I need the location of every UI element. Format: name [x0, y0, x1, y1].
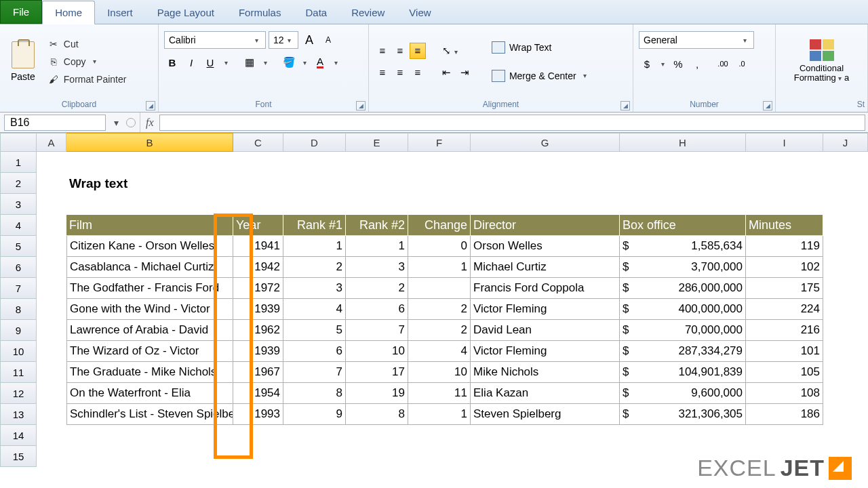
borders-button[interactable]: ▦: [241, 54, 258, 70]
row-header-13[interactable]: 13: [0, 404, 37, 425]
cell[interactable]: 1972: [233, 278, 283, 299]
cell[interactable]: On the Waterfront - Elia: [66, 383, 233, 404]
cell[interactable]: 101: [746, 341, 823, 362]
name-box[interactable]: B16: [4, 115, 106, 131]
font-color-button[interactable]: A: [312, 54, 328, 70]
cell[interactable]: The Graduate - Mike Nichols: [66, 362, 233, 383]
italic-button[interactable]: I: [183, 54, 199, 70]
align-left-button[interactable]: ≡: [374, 64, 391, 81]
cell[interactable]: Mike Nichols: [471, 362, 620, 383]
orientation-button[interactable]: ⤡: [438, 43, 454, 59]
row-header-3[interactable]: 3: [0, 194, 37, 215]
tab-file[interactable]: File: [0, 0, 42, 24]
col-header-B[interactable]: B: [66, 133, 233, 152]
decrease-decimal-button[interactable]: .0: [734, 56, 750, 72]
wrap-text-button[interactable]: Wrap Text: [486, 38, 596, 57]
cell[interactable]: 2: [283, 257, 346, 278]
cell[interactable]: $3,700,000: [620, 257, 746, 278]
col-header-H[interactable]: H: [620, 133, 746, 152]
cell[interactable]: $321,306,305: [620, 404, 746, 425]
cell[interactable]: The Wizard of Oz - Victor: [66, 341, 233, 362]
col-header-J[interactable]: J: [823, 133, 868, 152]
tab-formulas[interactable]: Formulas: [226, 1, 294, 24]
cell[interactable]: $70,000,000: [620, 320, 746, 341]
cell[interactable]: Francis Ford Coppola: [471, 278, 620, 299]
align-center-button[interactable]: ≡: [392, 64, 408, 81]
row-header-5[interactable]: 5: [0, 236, 37, 257]
cell[interactable]: 8: [346, 404, 408, 425]
cell[interactable]: Gone with the Wind - Victor: [66, 299, 233, 320]
bold-button[interactable]: B: [164, 54, 180, 70]
cell[interactable]: 1993: [233, 404, 283, 425]
dialog-launcher-icon[interactable]: ◢: [356, 101, 366, 110]
col-header-I[interactable]: I: [746, 133, 823, 152]
row-header-7[interactable]: 7: [0, 278, 37, 299]
col-header-E[interactable]: E: [346, 133, 408, 152]
cell[interactable]: 1939: [233, 299, 283, 320]
cell[interactable]: Elia Kazan: [471, 383, 620, 404]
cell[interactable]: The Godfather - Francis Ford: [66, 278, 233, 299]
tab-page-layout[interactable]: Page Layout: [145, 1, 226, 24]
cell[interactable]: 175: [746, 278, 823, 299]
tab-insert[interactable]: Insert: [95, 1, 145, 24]
cell[interactable]: $104,901,839: [620, 362, 746, 383]
dialog-launcher-icon[interactable]: ◢: [763, 101, 772, 110]
cell[interactable]: 119: [746, 236, 823, 257]
row-header-1[interactable]: 1: [0, 152, 37, 173]
cell[interactable]: 17: [346, 362, 408, 383]
select-all-corner[interactable]: [0, 133, 37, 152]
cell[interactable]: Year: [233, 215, 283, 236]
row-header-15[interactable]: 15: [0, 446, 37, 467]
cell[interactable]: 102: [746, 257, 823, 278]
cell[interactable]: $9,600,000: [620, 383, 746, 404]
cell[interactable]: Casablanca - Michael Curtiz: [66, 257, 233, 278]
cell[interactable]: 186: [746, 404, 823, 425]
cell[interactable]: 1: [283, 236, 346, 257]
comma-button[interactable]: ,: [689, 56, 705, 72]
cell[interactable]: Michael Curtiz: [471, 257, 620, 278]
cell[interactable]: Victor Fleming: [471, 341, 620, 362]
cell[interactable]: 0: [408, 236, 471, 257]
cell[interactable]: Minutes: [746, 215, 823, 236]
formula-input[interactable]: [159, 115, 865, 131]
cell[interactable]: 1962: [233, 320, 283, 341]
cell[interactable]: Victor Fleming: [471, 299, 620, 320]
row-header-12[interactable]: 12: [0, 383, 37, 404]
align-right-button[interactable]: ≡: [410, 64, 426, 81]
cell[interactable]: Rank #2: [346, 215, 408, 236]
underline-button[interactable]: U: [202, 54, 218, 70]
cell[interactable]: 1942: [233, 257, 283, 278]
align-top-button[interactable]: ≡: [374, 43, 391, 59]
cell[interactable]: 11: [408, 383, 471, 404]
col-header-D[interactable]: D: [283, 133, 346, 152]
currency-button[interactable]: $: [639, 56, 655, 72]
tab-data[interactable]: Data: [293, 1, 339, 24]
cell[interactable]: 8: [283, 383, 346, 404]
conditional-formatting-button[interactable]: Conditional Formatting ▾ a: [781, 37, 862, 86]
percent-button[interactable]: %: [670, 56, 686, 72]
copy-button[interactable]: ⎘Copy▾: [45, 54, 130, 69]
cell[interactable]: $400,000,000: [620, 299, 746, 320]
cell[interactable]: Orson Welles: [471, 236, 620, 257]
cell[interactable]: 108: [746, 383, 823, 404]
cell[interactable]: $286,000,000: [620, 278, 746, 299]
cut-button[interactable]: ✂Cut: [45, 37, 130, 52]
cell[interactable]: 3: [283, 278, 346, 299]
tab-view[interactable]: View: [397, 1, 443, 24]
cell[interactable]: 2: [408, 299, 471, 320]
cell[interactable]: 6: [283, 341, 346, 362]
row-header-4[interactable]: 4: [0, 215, 37, 236]
font-name-combo[interactable]: Calibri▾: [164, 31, 266, 49]
col-header-C[interactable]: C: [233, 133, 283, 152]
cell[interactable]: 1: [408, 257, 471, 278]
decrease-indent-button[interactable]: ⇤: [438, 64, 454, 81]
cell[interactable]: 1941: [233, 236, 283, 257]
cell[interactable]: $1,585,634: [620, 236, 746, 257]
cell[interactable]: [408, 278, 471, 299]
align-bottom-button[interactable]: ≡: [410, 43, 426, 59]
cell[interactable]: Schindler's List - Steven Spielberg: [66, 404, 233, 425]
cell[interactable]: 6: [346, 299, 408, 320]
cell[interactable]: Director: [471, 215, 620, 236]
chevron-down-icon[interactable]: ▾: [110, 117, 122, 128]
cell[interactable]: Citizen Kane - Orson Welles: [66, 236, 233, 257]
